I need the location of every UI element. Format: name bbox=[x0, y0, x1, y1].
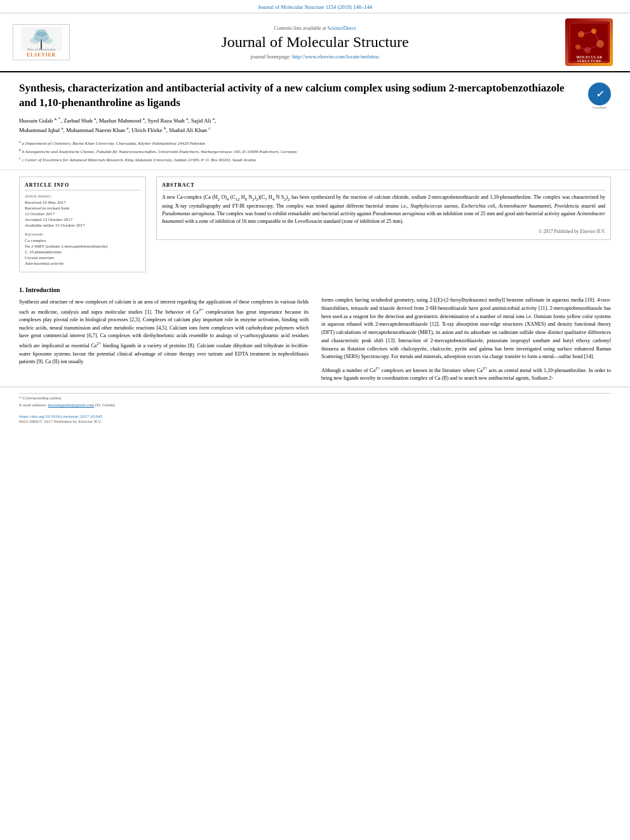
homepage-link: journal homepage: http://www.elsevier.co… bbox=[83, 53, 547, 60]
date-revised: 12 October 2017 bbox=[25, 211, 140, 217]
article-info-box: ARTICLE INFO Article history: Received 1… bbox=[19, 177, 146, 272]
date-received: Received 10 May 2017 bbox=[25, 200, 140, 205]
keyword-4: Crystal structure bbox=[25, 255, 140, 260]
crossmark-text: CrossMark bbox=[588, 106, 611, 109]
corresponding-author: * Corresponding author. bbox=[19, 396, 611, 401]
svg-point-4 bbox=[43, 37, 53, 44]
footer-section: * Corresponding author. E-mail address: … bbox=[0, 387, 630, 411]
abstract-title: ABSTRACT bbox=[162, 182, 605, 190]
intro-para-1: Synthesis and structure of new complexes… bbox=[19, 298, 309, 366]
copyright-note: © 2017 Published by Elsevier B.V. bbox=[162, 229, 605, 234]
article-info-column: ARTICLE INFO Article history: Received 1… bbox=[19, 177, 146, 272]
email-line: E-mail address: hussaingulab@gmail.com (… bbox=[19, 403, 611, 408]
contents-link: Contents lists available at ScienceDirec… bbox=[83, 25, 547, 31]
affiliations: a a Department of Chemistry, Bacha Khan … bbox=[19, 139, 611, 163]
journal-center: Contents lists available at ScienceDirec… bbox=[70, 25, 560, 60]
doi-link[interactable]: https://doi.org/10.1016/j.molstruc.2017.… bbox=[19, 414, 102, 419]
sciencedirect-link[interactable]: ScienceDirect bbox=[328, 25, 356, 31]
keyword-1: Ca complex bbox=[25, 238, 140, 243]
badge-icon: MOLECULAR STRUCTURE bbox=[568, 22, 610, 63]
journal-ref-text: Journal of Molecular Structure 1154 (201… bbox=[258, 4, 372, 10]
article-info-title: ARTICLE INFO bbox=[25, 182, 140, 190]
journal-title: Journal of Molecular Structure bbox=[83, 34, 547, 51]
article-info-abstract-section: ARTICLE INFO Article history: Received 1… bbox=[0, 170, 630, 279]
abstract-column: ABSTRACT A new Ca-complex (Ca (H2 O)4 (C… bbox=[156, 177, 611, 272]
svg-point-5 bbox=[36, 29, 47, 37]
keyword-2: Na 2-MBT (sodium 2-mercaptobenzothiazole… bbox=[25, 244, 140, 249]
elsevier-tree-icon: Tree of Knowledge bbox=[21, 27, 62, 51]
article-section: Synthesis, characterization and antibact… bbox=[0, 72, 630, 170]
author-email[interactable]: hussaingulab@gmail.com bbox=[48, 403, 95, 408]
keywords-section: Keywords: Ca complex Na 2-MBT (sodium 2-… bbox=[25, 232, 140, 266]
intro-para-3: Although a number of Ca2+ complexes are … bbox=[321, 365, 611, 383]
crossmark-circle: ✓ bbox=[588, 83, 611, 105]
abstract-box: ABSTRACT A new Ca-complex (Ca (H2 O)4 (C… bbox=[156, 177, 611, 240]
molecular-structure-badge: MOLECULAR STRUCTURE bbox=[565, 18, 613, 66]
history-label: Article history: bbox=[25, 194, 140, 199]
svg-text:Tree of Knowledge: Tree of Knowledge bbox=[27, 48, 55, 51]
intro-para-2: forms complex having octahedral geometry… bbox=[321, 297, 611, 361]
abstract-text: A new Ca-complex (Ca (H2 O)4 (C12 H8 N2)… bbox=[162, 194, 605, 225]
keyword-3: 1, 10 phenanthroline bbox=[25, 250, 140, 255]
footer-bottom: https://doi.org/10.1016/j.molstruc.2017.… bbox=[0, 411, 630, 427]
keyword-5: Anti-bacterial activity bbox=[25, 261, 140, 266]
date-online: Available online 15 October 2017 bbox=[25, 223, 140, 228]
article-title: Synthesis, characterization and antibact… bbox=[19, 81, 575, 110]
date-revised-label: Received in revised form bbox=[25, 206, 140, 211]
body-col-left: 1. Introduction Synthesis and structure … bbox=[19, 285, 309, 387]
journal-reference: Journal of Molecular Structure 1154 (201… bbox=[0, 0, 630, 13]
crossmark-badge: ✓ CrossMark bbox=[588, 83, 611, 105]
keywords-label: Keywords: bbox=[25, 232, 140, 237]
journal-logo-right: MOLECULAR STRUCTURE bbox=[560, 18, 617, 66]
svg-point-3 bbox=[30, 37, 40, 44]
journal-header: Tree of Knowledge ELSEVIER Contents list… bbox=[0, 13, 630, 72]
body-col-right: forms complex having octahedral geometry… bbox=[321, 285, 611, 387]
section-1-heading: 1. Introduction bbox=[19, 285, 309, 295]
issn-text: 0022-2860/© 2017 Published by Elsevier B… bbox=[19, 419, 102, 424]
authors-list: Hussain Gulab a, *, Zarbad Shah a, Mazha… bbox=[19, 116, 611, 135]
date-accepted: Accepted 12 October 2017 bbox=[25, 217, 140, 222]
journal-homepage-url[interactable]: http://www.elsevier.com/locate/molstruc bbox=[292, 53, 380, 60]
main-content: 1. Introduction Synthesis and structure … bbox=[0, 279, 630, 387]
elsevier-brand-label: ELSEVIER bbox=[15, 52, 67, 58]
elsevier-logo: Tree of Knowledge ELSEVIER bbox=[13, 24, 70, 60]
svg-text:STRUCTURE: STRUCTURE bbox=[577, 59, 601, 63]
